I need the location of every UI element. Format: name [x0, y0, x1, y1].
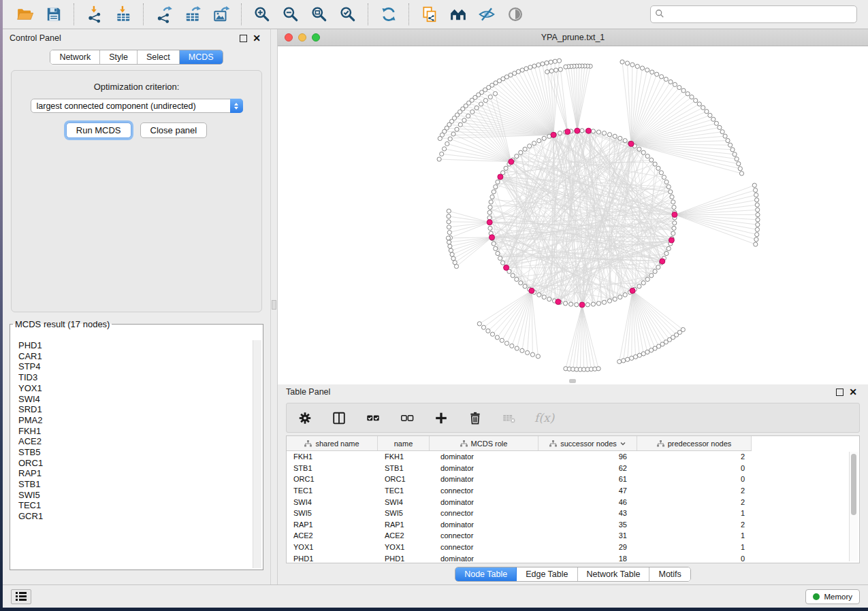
import-table-button[interactable] — [112, 3, 135, 26]
export-network-button[interactable] — [152, 3, 176, 26]
mcds-result-node: GCR1 — [12, 511, 253, 522]
column-header-shared-name[interactable]: shared name — [287, 436, 378, 450]
table-row-ACE2[interactable]: ACE2ACE2connector311 — [287, 530, 752, 542]
table-row-STB1[interactable]: STB1STB1dominator620 — [287, 463, 752, 474]
run-mcds-button[interactable]: Run MCDS — [66, 122, 131, 138]
toolbar-separator — [368, 3, 369, 25]
zoom-out-icon — [282, 5, 300, 23]
table-scrollbar-thumb[interactable] — [851, 454, 856, 515]
table-toolbar: f(x) — [286, 403, 860, 433]
mcds-result-node: SWI4 — [12, 393, 253, 404]
export-image-button[interactable] — [210, 3, 233, 26]
attribute-type-icon — [460, 440, 468, 447]
select-all-button[interactable] — [364, 409, 382, 427]
deselect-all-button[interactable] — [398, 409, 416, 427]
criterion-select[interactable]: largest connected component (undirected) — [31, 99, 243, 113]
cell: dominator — [430, 475, 539, 483]
task-history-button[interactable] — [11, 589, 31, 604]
tab-style[interactable]: Style — [100, 50, 138, 64]
cell: RAP1 — [378, 521, 430, 529]
close-panel-button[interactable]: Close panel — [140, 122, 208, 138]
table-settings-button[interactable] — [296, 409, 314, 427]
window-minimize-button[interactable] — [298, 33, 306, 42]
column-header-MCDS-role[interactable]: MCDS role — [430, 436, 539, 450]
table-row-SWI4[interactable]: SWI4SWI4dominator462 — [287, 496, 752, 508]
tab-node-table[interactable]: Node Table — [455, 567, 517, 581]
zoom-in-button[interactable] — [251, 3, 274, 26]
window-close-button[interactable] — [285, 33, 293, 42]
first-neighbors-button[interactable] — [447, 3, 470, 26]
delete-column-button[interactable] — [466, 409, 484, 427]
plus-icon — [434, 410, 449, 426]
tab-motifs[interactable]: Motifs — [649, 567, 690, 581]
cell: 47 — [539, 486, 637, 495]
table-panel: Table Panel ✕ — [278, 384, 868, 584]
mcds-result-node: RAP1 — [12, 468, 253, 479]
save-icon — [45, 5, 63, 23]
table-scrollbar[interactable] — [849, 452, 858, 561]
eye-slash-icon — [478, 5, 496, 23]
table-row-PHD1[interactable]: PHD1PHD1dominator180 — [287, 552, 752, 563]
cell: 2 — [637, 452, 752, 461]
cell: 1 — [637, 509, 752, 517]
function-builder-label-disabled: f(x) — [534, 411, 554, 425]
import-network-button[interactable] — [83, 3, 106, 26]
cell: SWI4 — [378, 498, 430, 506]
table-row-SWI5[interactable]: SWI5SWI5connector431 — [287, 508, 752, 519]
table-row-FKH1[interactable]: FKH1FKH1dominator962 — [287, 451, 752, 463]
search-input[interactable] — [650, 5, 857, 23]
zoom-fit-button[interactable] — [308, 3, 331, 26]
refresh-layout-button[interactable] — [377, 3, 400, 26]
column-header-name[interactable]: name — [378, 436, 430, 450]
table-tabs: Node TableEdge TableNetwork TableMotifs — [455, 567, 691, 582]
canvas-hscroll-thumb[interactable] — [569, 379, 576, 383]
tab-network[interactable]: Network — [50, 50, 100, 64]
cell: 31 — [539, 531, 637, 540]
table-panel-close-button[interactable]: ✕ — [846, 389, 860, 395]
table-row-RAP1[interactable]: RAP1RAP1dominator352 — [287, 519, 752, 531]
cell: TEC1 — [378, 486, 430, 495]
control-panel-float-button[interactable] — [237, 35, 250, 42]
control-panel: Control Panel ✕ NetworkStyleSelectMCDS O… — [3, 29, 270, 584]
panel-divider[interactable] — [270, 29, 278, 584]
table-row-YOX1[interactable]: YOX1YOX1connector291 — [287, 542, 752, 553]
open-file-button[interactable] — [14, 3, 37, 26]
export-table-button[interactable] — [181, 3, 204, 26]
tab-network-table[interactable]: Network Table — [578, 567, 650, 581]
criterion-value: largest connected component (undirected) — [31, 101, 230, 111]
cell: dominator — [430, 498, 539, 506]
save-session-button[interactable] — [42, 3, 65, 26]
attribute-type-icon — [304, 440, 312, 447]
zoom-selected-button[interactable] — [336, 3, 359, 26]
cell: PHD1 — [378, 555, 430, 563]
tab-select[interactable]: Select — [138, 50, 180, 64]
cell: dominator — [430, 464, 539, 472]
show-columns-button[interactable] — [330, 409, 348, 427]
zoom-out-button[interactable] — [279, 3, 302, 26]
add-column-button[interactable] — [432, 409, 450, 427]
table-panel-float-button[interactable] — [833, 389, 846, 396]
column-header-successor-nodes[interactable]: successor nodes — [539, 436, 637, 450]
result-scrollbar[interactable] — [253, 340, 261, 568]
mcds-result-node: PHD1 — [12, 340, 253, 351]
table-row-ORC1[interactable]: ORC1ORC1dominator610 — [287, 474, 752, 485]
column-header-predecessor-nodes[interactable]: predecessor nodes — [637, 436, 752, 450]
memory-button[interactable]: Memory — [805, 589, 860, 604]
hide-selected-button[interactable] — [475, 3, 498, 26]
tab-edge-table[interactable]: Edge Table — [517, 567, 577, 581]
cell: FKH1 — [378, 452, 430, 461]
network-canvas[interactable] — [278, 46, 868, 384]
cell: SWI4 — [287, 498, 378, 506]
mcds-result-node: FKH1 — [12, 426, 253, 437]
mcds-result-list[interactable]: PHD1CAR1STP4TID3YOX1SWI4SRD1PMA2FKH1ACE2… — [12, 340, 253, 568]
window-zoom-button[interactable] — [312, 33, 320, 42]
table-row-TEC1[interactable]: TEC1TEC1connector472 — [287, 485, 752, 497]
cell: 61 — [539, 475, 637, 483]
cell: STB1 — [378, 464, 430, 472]
tab-mcds[interactable]: MCDS — [180, 50, 223, 64]
control-panel-close-button[interactable]: ✕ — [250, 35, 263, 42]
cell: PHD1 — [287, 555, 378, 563]
mcds-result-node: SWI5 — [12, 490, 253, 501]
show-all-button[interactable] — [504, 3, 527, 26]
clone-network-button[interactable] — [418, 3, 441, 26]
